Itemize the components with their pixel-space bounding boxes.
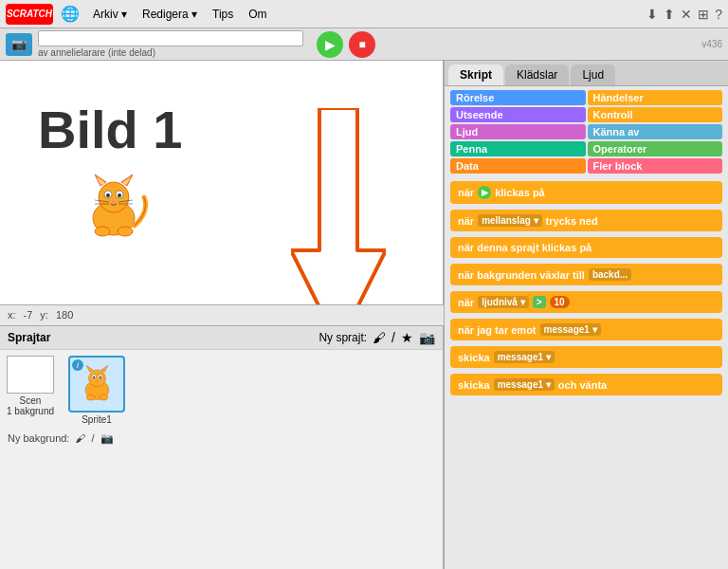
scene-label: Scen1 bakgrund xyxy=(7,395,54,416)
download-icon[interactable]: ⬇ xyxy=(646,7,658,22)
top-bar: SCRATCH 🌐 Arkiv ▾ Redigera ▾ Tips Om ⬇ ⬆… xyxy=(0,0,728,28)
block-text: skicka xyxy=(458,352,490,363)
block-when-sprite-clicked[interactable]: när denna sprajt klickas på xyxy=(450,237,722,258)
block-num-10[interactable]: 10 xyxy=(550,296,570,308)
cat-kanna-av[interactable]: Känna av xyxy=(588,124,723,139)
sprite-info-icon[interactable]: i xyxy=(72,359,83,371)
sprite1-container: i xyxy=(68,356,125,425)
cat-penna[interactable]: Penna xyxy=(450,141,586,156)
cat-handelser[interactable]: Händelser xyxy=(588,90,723,105)
arrow-svg xyxy=(291,108,386,304)
block-text: och vänta xyxy=(558,379,607,391)
svg-marker-17 xyxy=(291,108,386,304)
sprite1-thumbnail[interactable]: i xyxy=(68,356,125,413)
camera-icon-box: 📷 xyxy=(6,33,32,56)
tab-skript[interactable]: Skript xyxy=(448,64,503,85)
svg-point-25 xyxy=(99,376,100,378)
blocks-panel: Skript Klädslar Ljud Rörelse Händelser U… xyxy=(444,61,728,569)
help-icon[interactable]: ? xyxy=(715,7,722,22)
green-flag-icon: ▶ xyxy=(325,37,336,52)
green-flag-button[interactable]: ▶ xyxy=(317,31,343,58)
version-label: v436 xyxy=(701,39,722,49)
down-arrow xyxy=(291,108,386,304)
sprites-panel: Sprajtar Ny sprajt: 🖌 / ★ 📷 Scen1 bakgru… xyxy=(0,325,444,570)
logo-text: SCRATCH xyxy=(7,9,52,19)
menu-om[interactable]: Om xyxy=(243,6,272,23)
svg-point-16 xyxy=(118,227,133,236)
block-send-and-wait[interactable]: skicka message1 ▾ och vänta xyxy=(450,374,722,395)
block-dropdown-message1-send-wait[interactable]: message1 ▾ xyxy=(494,378,555,391)
scene-thumbnail[interactable]: Scen1 bakgrund xyxy=(6,356,55,425)
stage: Bild 1 xyxy=(0,61,444,304)
menu-tips[interactable]: Tips xyxy=(207,6,239,23)
block-text: när jag tar emot xyxy=(458,324,537,336)
block-when-key-pressed[interactable]: när mellanslag ▾ trycks ned xyxy=(450,210,722,231)
block-dropdown-message1-send[interactable]: message1 ▾ xyxy=(494,351,555,363)
cat-sprite xyxy=(76,169,152,248)
edit-sprite-icon[interactable]: / xyxy=(391,330,395,345)
cat-data[interactable]: Data xyxy=(450,158,586,174)
cat-fler-block[interactable]: Fler block xyxy=(588,158,723,174)
block-text: trycks ned xyxy=(546,215,598,227)
tab-ljud[interactable]: Ljud xyxy=(571,64,615,85)
block-operator-gt: > xyxy=(533,296,546,308)
block-dropdown-key[interactable]: mellanslag ▾ xyxy=(478,214,541,227)
sprites-body: Scen1 bakgrund i xyxy=(0,350,443,431)
svg-point-26 xyxy=(96,380,99,382)
paint-new-sprite-icon[interactable]: 🖌 xyxy=(373,330,386,345)
upload-icon[interactable]: ⬆ xyxy=(664,7,675,22)
categories-grid: Rörelse Händelser Utseende Kontroll Ljud… xyxy=(445,86,728,177)
camera-bg-icon[interactable]: 📷 xyxy=(100,432,114,445)
block-when-receive[interactable]: när jag tar emot message1 ▾ xyxy=(450,319,722,340)
ny-bakgrund-row: Ny bakgrund: 🖌 / 📷 xyxy=(0,431,443,447)
stop-icon: ■ xyxy=(358,38,365,51)
menu-arkiv[interactable]: Arkiv ▾ xyxy=(87,6,133,23)
globe-icon[interactable]: 🌐 xyxy=(61,5,80,23)
block-send[interactable]: skicka message1 ▾ xyxy=(450,346,722,368)
block-when-backdrop-switches[interactable]: när bakgrunden växlar till backd... xyxy=(450,264,722,285)
fullscreen-icon[interactable]: ✕ xyxy=(681,7,692,22)
paint-bg-icon[interactable]: 🖌 xyxy=(75,432,85,444)
block-dropdown-backdrop[interactable]: backd... xyxy=(589,268,631,281)
svg-point-28 xyxy=(99,395,107,400)
cat-svg xyxy=(76,169,152,245)
svg-point-19 xyxy=(88,370,105,387)
stage-display-text: Bild 1 xyxy=(38,99,182,160)
project-title-input[interactable]: Untitled xyxy=(38,30,303,46)
block-text: när xyxy=(458,187,474,198)
flag-icon: ▶ xyxy=(478,186,491,199)
tab-kladslar[interactable]: Klädslar xyxy=(505,64,569,85)
block-dropdown-loudness[interactable]: ljudnivå ▾ xyxy=(478,296,529,308)
coords-bar: x: -7 y: 180 xyxy=(0,304,444,325)
surprise-sprite-icon[interactable]: ★ xyxy=(401,330,413,345)
block-when-loudness[interactable]: när ljudnivå ▾ > 10 xyxy=(450,291,722,313)
menu-redigera[interactable]: Redigera ▾ xyxy=(136,6,203,23)
svg-point-10 xyxy=(112,200,117,203)
scratch-logo: SCRATCH xyxy=(6,4,53,25)
grid-icon[interactable]: ⊞ xyxy=(698,7,709,22)
cat-kontroll[interactable]: Kontroll xyxy=(588,107,723,122)
svg-marker-21 xyxy=(101,365,108,372)
cat-rorelse[interactable]: Rörelse xyxy=(450,90,586,105)
second-bar: 📷 Untitled av annelielarare (inte delad)… xyxy=(0,28,728,61)
block-dropdown-message1-receive[interactable]: message1 ▾ xyxy=(540,323,601,336)
block-when-flag-clicked[interactable]: när ▶ klickas på xyxy=(450,181,722,204)
cat-operatorer[interactable]: Operatorer xyxy=(588,141,723,156)
sprites-title: Sprajtar xyxy=(8,331,50,344)
sprite1-label: Sprite1 xyxy=(82,414,112,425)
cat-utseende[interactable]: Utseende xyxy=(450,107,586,122)
y-coord-label: y: xyxy=(40,309,48,321)
block-text: när xyxy=(458,297,474,308)
stop-button[interactable]: ■ xyxy=(349,31,375,58)
cat-ljud[interactable]: Ljud xyxy=(450,124,586,139)
edit-bg-icon[interactable]: / xyxy=(91,432,94,444)
ny-bakgrund-label: Ny bakgrund: xyxy=(8,432,69,444)
blocks-tabs: Skript Klädslar Ljud xyxy=(445,61,728,86)
svg-point-9 xyxy=(118,193,121,197)
new-sprite-label: Ny sprajt: xyxy=(318,331,367,344)
svg-point-15 xyxy=(95,227,110,236)
svg-point-27 xyxy=(86,395,95,400)
upload-sprite-icon[interactable]: 📷 xyxy=(419,330,435,345)
block-text: när bakgrunden växlar till xyxy=(458,269,585,281)
script-blocks-area: när ▶ klickas på när mellanslag ▾ trycks… xyxy=(445,177,728,569)
